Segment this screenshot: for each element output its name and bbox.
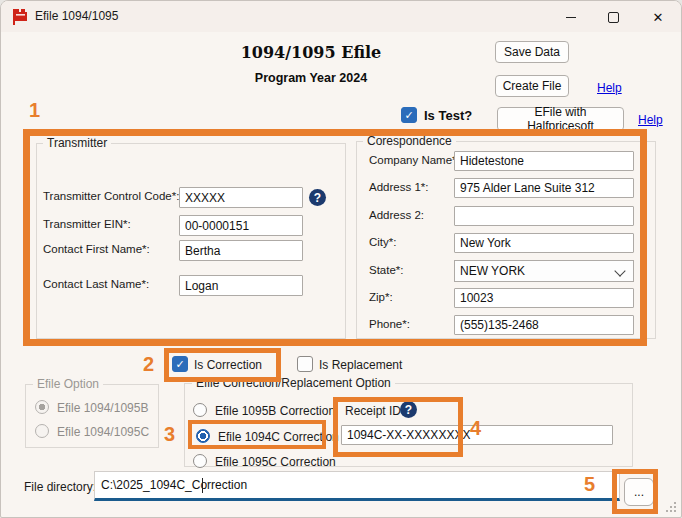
is-correction-checkbox[interactable]: ✓ — [172, 356, 188, 372]
app-window: Efile 1094/1095 ✕ 1094/1095 Efile Progra… — [0, 0, 682, 518]
ein-input[interactable] — [179, 215, 303, 236]
receipt-id-label: Receipt ID — [345, 404, 401, 418]
efile-1094-1095c-label: Efile 1094/1095C — [57, 425, 149, 439]
annotation-2: 2 — [143, 353, 154, 376]
is-test-checkbox[interactable]: ✓ — [401, 107, 417, 123]
check-icon: ✓ — [175, 359, 184, 370]
check-icon: ✓ — [404, 110, 413, 121]
is-replacement-label: Is Replacement — [319, 358, 402, 372]
annotation-3: 3 — [164, 423, 175, 446]
company-input[interactable] — [454, 151, 634, 171]
address2-label: Address 2: — [369, 209, 424, 221]
text-cursor — [202, 478, 203, 493]
file-directory-value: C:\2025_1094C_Correction — [101, 478, 247, 492]
chevron-down-icon — [614, 265, 625, 276]
last-name-input[interactable] — [179, 275, 303, 296]
efile-halfpricesoft-button[interactable]: EFile with Halfpricesoft — [497, 107, 624, 131]
zip-label: Zip*: — [369, 291, 393, 303]
address2-input[interactable] — [454, 206, 634, 226]
efile-1095b-correction-radio[interactable] — [193, 403, 207, 417]
efile-1094-1095b-label: Efile 1094/1095B — [57, 401, 148, 415]
correction-option-legend: Efile Correction/Replacement Option — [192, 376, 395, 390]
close-icon: ✕ — [653, 11, 664, 24]
tcc-input[interactable] — [179, 187, 303, 208]
page-subtitle: Program Year 2024 — [151, 71, 471, 85]
city-label: City*: — [369, 236, 396, 248]
page-title: 1094/1095 Efile — [151, 43, 471, 62]
file-directory-label: File directory: — [24, 480, 96, 494]
tcc-help-icon[interactable]: ? — [309, 189, 326, 206]
last-name-label: Contact Last Name*: — [43, 278, 149, 290]
efile-1094c-correction-radio[interactable] — [196, 429, 210, 443]
is-correction-label: Is Correction — [194, 358, 262, 372]
annotation-5: 5 — [584, 473, 595, 496]
help-link-bottom[interactable]: Help — [638, 113, 663, 127]
address1-label: Address 1*: — [369, 181, 428, 193]
resize-grip[interactable] — [674, 510, 676, 512]
close-button[interactable]: ✕ — [640, 5, 676, 29]
zip-input[interactable] — [454, 288, 634, 308]
city-input[interactable] — [454, 233, 634, 253]
phone-label: Phone*: — [369, 318, 410, 330]
efile-1095c-correction-radio[interactable] — [193, 454, 207, 468]
title-bar: Efile 1094/1095 ✕ — [1, 1, 681, 32]
state-label: State*: — [369, 264, 404, 276]
maximize-button[interactable] — [595, 5, 631, 29]
efile-1094-1095c-radio — [35, 424, 49, 438]
minimize-button[interactable] — [553, 5, 589, 29]
window-title: Efile 1094/1095 — [35, 9, 118, 23]
efile-option-legend: Efile Option — [33, 377, 103, 391]
company-label: Company Name*: — [369, 154, 460, 166]
state-select[interactable]: NEW YORK — [454, 260, 634, 282]
receipt-help-icon[interactable]: ? — [400, 401, 417, 418]
first-name-label: Contact First Name*: — [43, 243, 150, 255]
annotation-4: 4 — [470, 417, 481, 440]
first-name-input[interactable] — [179, 240, 303, 261]
efile-1095c-correction-label: Efile 1095C Correction — [215, 455, 336, 469]
app-icon — [11, 8, 29, 26]
correspondence-legend: Corespondence — [363, 134, 456, 148]
file-directory-input[interactable]: C:\2025_1094C_Correction — [94, 471, 620, 501]
ein-label: Transmitter EIN*: — [43, 218, 131, 230]
phone-input[interactable] — [454, 315, 634, 335]
is-replacement-checkbox[interactable] — [297, 356, 313, 372]
save-data-button[interactable]: Save Data — [495, 41, 569, 63]
help-link-top[interactable]: Help — [597, 81, 622, 95]
create-file-button[interactable]: Create File — [495, 75, 569, 97]
is-test-label: Is Test? — [424, 108, 472, 123]
transmitter-legend: Transmitter — [43, 136, 111, 150]
efile-1094c-correction-label: Efile 1094C Correction — [218, 430, 339, 444]
annotation-1: 1 — [29, 99, 40, 122]
address1-input[interactable] — [454, 178, 634, 198]
browse-button[interactable]: ... — [624, 478, 654, 506]
efile-1094-1095b-radio — [35, 400, 49, 414]
state-select-value: NEW YORK — [460, 264, 525, 278]
tcc-label: Transmitter Control Code*: — [43, 190, 179, 202]
efile-1095b-correction-label: Efile 1095B Correction — [215, 404, 335, 418]
maximize-icon — [608, 12, 619, 23]
minimize-icon — [566, 17, 576, 18]
